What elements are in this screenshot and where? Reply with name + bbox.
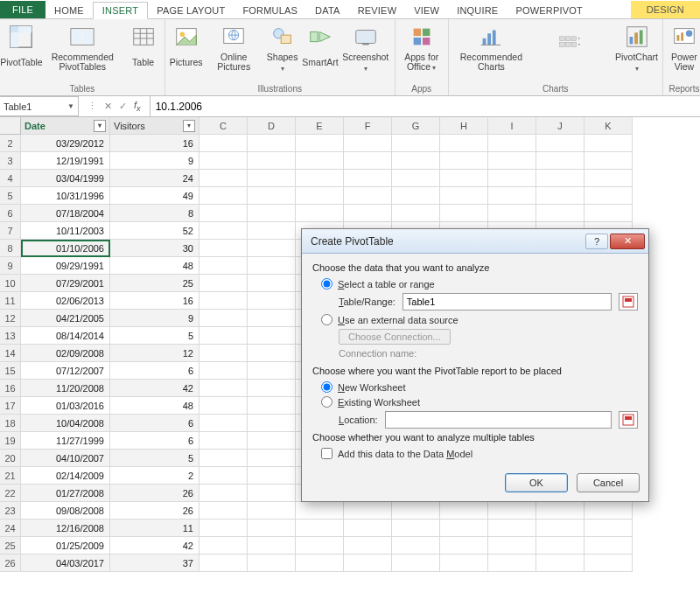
empty-cell[interactable] — [200, 275, 248, 292]
empty-cell[interactable] — [200, 222, 248, 240]
ok-button[interactable]: OK — [505, 473, 568, 492]
empty-cell[interactable] — [488, 555, 536, 572]
radio-select-range-input[interactable] — [321, 278, 332, 290]
row-header[interactable]: 23 — [0, 502, 21, 520]
cell-visitors[interactable]: 48 — [110, 397, 200, 415]
cell-visitors[interactable]: 6 — [110, 415, 200, 432]
empty-cell[interactable] — [488, 537, 536, 555]
fx-insert-function-icon[interactable]: fx — [134, 100, 141, 113]
checkbox-add-to-model-input[interactable] — [321, 448, 332, 459]
tab-file[interactable]: FILE — [0, 1, 46, 18]
empty-cell[interactable] — [248, 187, 296, 205]
row-header[interactable]: 16 — [0, 380, 21, 397]
empty-cell[interactable] — [248, 327, 296, 345]
empty-cell[interactable] — [536, 502, 584, 520]
empty-cell[interactable] — [200, 187, 248, 205]
empty-cell[interactable] — [200, 362, 248, 380]
cell-visitors[interactable]: 6 — [110, 362, 200, 380]
empty-cell[interactable] — [200, 380, 248, 397]
row-header[interactable]: 15 — [0, 362, 21, 380]
empty-cell[interactable] — [536, 205, 584, 222]
radio-external-source[interactable]: Use an external data source — [321, 314, 638, 325]
cell-visitors[interactable]: 52 — [110, 222, 200, 240]
btn-online-pictures[interactable]: Online Pictures — [206, 21, 262, 75]
cell-date[interactable]: 07/12/2007 — [21, 362, 110, 380]
empty-cell[interactable] — [248, 205, 296, 222]
cell-date[interactable]: 04/21/2005 — [21, 310, 110, 327]
radio-external-source-input[interactable] — [321, 314, 332, 325]
empty-cell[interactable] — [296, 537, 344, 555]
empty-cell[interactable] — [440, 502, 488, 520]
cell-visitors[interactable]: 9 — [110, 152, 200, 170]
empty-cell[interactable] — [296, 555, 344, 572]
tab-data[interactable]: DATA — [306, 3, 349, 18]
empty-cell[interactable] — [392, 205, 440, 222]
cell-visitors[interactable]: 42 — [110, 537, 200, 555]
empty-cell[interactable] — [200, 397, 248, 415]
btn-recommended-pivottables[interactable]: Recommended PivotTables — [41, 21, 124, 73]
empty-cell[interactable] — [584, 205, 633, 222]
cell-date[interactable]: 10/11/2003 — [21, 222, 110, 240]
empty-cell[interactable] — [200, 450, 248, 467]
cell-date[interactable]: 01/25/2009 — [21, 537, 110, 555]
row-header[interactable]: 4 — [0, 170, 21, 187]
empty-cell[interactable] — [248, 257, 296, 275]
empty-cell[interactable] — [344, 520, 392, 537]
empty-cell[interactable] — [248, 275, 296, 292]
cell-visitors[interactable]: 26 — [110, 485, 200, 502]
empty-cell[interactable] — [392, 537, 440, 555]
name-box[interactable]: Table1 ▼ — [0, 96, 79, 116]
cell-visitors[interactable]: 12 — [110, 345, 200, 362]
location-ref-button[interactable] — [619, 411, 638, 429]
empty-cell[interactable] — [248, 450, 296, 467]
empty-cell[interactable] — [248, 240, 296, 257]
cell-date[interactable]: 01/10/2006 — [21, 240, 110, 257]
empty-cell[interactable] — [584, 555, 633, 572]
row-header[interactable]: 12 — [0, 310, 21, 327]
column-header[interactable]: C — [200, 117, 248, 135]
tab-inquire[interactable]: INQUIRE — [448, 3, 507, 18]
empty-cell[interactable] — [200, 135, 248, 152]
cell-visitors[interactable]: 16 — [110, 292, 200, 310]
empty-cell[interactable] — [248, 222, 296, 240]
empty-cell[interactable] — [344, 187, 392, 205]
empty-cell[interactable] — [200, 170, 248, 187]
empty-cell[interactable] — [440, 187, 488, 205]
filter-dropdown-icon[interactable]: ▾ — [94, 120, 106, 132]
column-header[interactable]: F — [344, 117, 392, 135]
empty-cell[interactable] — [200, 345, 248, 362]
btn-shapes[interactable]: Shapes — [264, 21, 301, 75]
row-header[interactable]: 10 — [0, 275, 21, 292]
empty-cell[interactable] — [488, 502, 536, 520]
tab-design[interactable]: DESIGN — [631, 1, 700, 18]
btn-pivottable[interactable]: PivotTable — [4, 21, 39, 73]
column-header[interactable]: J — [536, 117, 584, 135]
cell-date[interactable]: 11/20/2008 — [21, 380, 110, 397]
empty-cell[interactable] — [488, 187, 536, 205]
empty-cell[interactable] — [248, 170, 296, 187]
tab-home[interactable]: HOME — [46, 3, 93, 18]
empty-cell[interactable] — [536, 555, 584, 572]
empty-cell[interactable] — [584, 152, 633, 170]
empty-cell[interactable] — [440, 135, 488, 152]
fx-enter-icon[interactable]: ✓ — [119, 101, 127, 112]
row-header[interactable]: 9 — [0, 257, 21, 275]
column-header[interactable]: H — [440, 117, 488, 135]
cell-date[interactable]: 02/06/2013 — [21, 292, 110, 310]
cell-visitors[interactable]: 49 — [110, 187, 200, 205]
empty-cell[interactable] — [392, 187, 440, 205]
empty-cell[interactable] — [440, 537, 488, 555]
cell-date[interactable]: 07/18/2004 — [21, 205, 110, 222]
cell-visitors[interactable]: 16 — [110, 135, 200, 152]
cell-date[interactable]: 12/16/2008 — [21, 520, 110, 537]
tab-insert[interactable]: INSERT — [93, 2, 148, 19]
btn-recommended-charts[interactable]: Recommended Charts — [452, 21, 530, 75]
row-header[interactable]: 14 — [0, 345, 21, 362]
cell-date[interactable]: 10/04/2008 — [21, 415, 110, 432]
cell-date[interactable]: 02/09/2008 — [21, 345, 110, 362]
cell-date[interactable]: 01/27/2008 — [21, 485, 110, 502]
empty-cell[interactable] — [200, 205, 248, 222]
cell-visitors[interactable]: 37 — [110, 555, 200, 572]
btn-pivotchart[interactable]: PivotChart — [614, 21, 659, 75]
radio-existing-worksheet-input[interactable] — [321, 396, 332, 408]
